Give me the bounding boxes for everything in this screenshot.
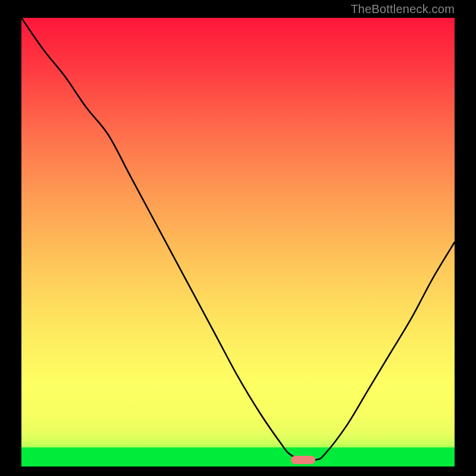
plot-area: [21, 18, 455, 466]
watermark-text: TheBottleneck.com: [350, 2, 455, 16]
minimum-marker: [291, 456, 315, 464]
bottleneck-curve: [21, 18, 455, 466]
chart-frame: TheBottleneck.com: [0, 0, 476, 476]
